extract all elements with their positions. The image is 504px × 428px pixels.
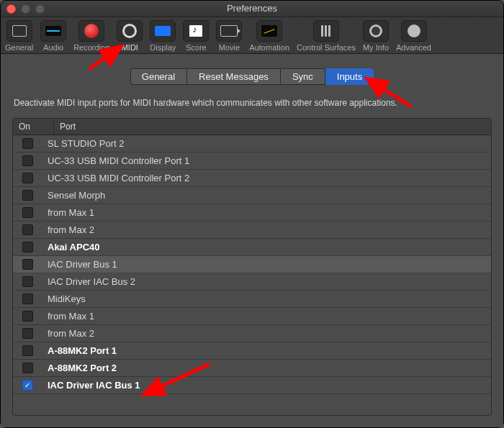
- titlebar: Preferences: [1, 1, 503, 17]
- port-checkbox[interactable]: [22, 242, 33, 252]
- sliders-icon: [313, 20, 339, 42]
- automation-icon: [256, 20, 282, 42]
- table-row[interactable]: Akai APC40: [13, 239, 491, 256]
- port-checkbox[interactable]: [22, 293, 33, 304]
- toolbar-recording[interactable]: Recording: [73, 20, 109, 52]
- toolbar-label: Score: [186, 43, 207, 52]
- midi-icon: [117, 20, 143, 42]
- display-icon: [150, 20, 176, 42]
- toolbar-label: Audio: [43, 43, 63, 52]
- port-checkbox[interactable]: [22, 155, 33, 166]
- port-checkbox[interactable]: [22, 173, 33, 183]
- toolbar-label: Movie: [219, 43, 240, 52]
- preferences-window: Preferences GeneralAudioRecordingMIDIDis…: [0, 0, 504, 428]
- gear-icon: [401, 20, 427, 42]
- toolbar: GeneralAudioRecordingMIDIDisplayScoreMov…: [1, 17, 503, 54]
- toolbar-audio[interactable]: Audio: [40, 20, 66, 52]
- port-name: SL STUDIO Port 2: [42, 138, 491, 149]
- table-row[interactable]: Sensel Morph: [13, 187, 491, 204]
- port-name: from Max 1: [42, 207, 491, 218]
- port-checkbox[interactable]: [22, 224, 33, 235]
- port-name: UC-33 USB MIDI Controller Port 1: [42, 155, 491, 166]
- col-port[interactable]: Port: [54, 119, 491, 135]
- table-row[interactable]: IAC Driver Bus 1: [13, 256, 491, 273]
- port-name: IAC Driver IAC Bus 2: [42, 276, 491, 287]
- port-name: Akai APC40: [42, 242, 491, 252]
- col-on[interactable]: On: [13, 119, 54, 135]
- table-row[interactable]: from Max 1: [13, 308, 491, 325]
- score-icon: [183, 20, 209, 42]
- toolbar-label: Automation: [249, 43, 289, 52]
- port-checkbox[interactable]: [22, 190, 33, 201]
- table-row[interactable]: SL STUDIO Port 2: [13, 135, 491, 152]
- port-name: from Max 2: [42, 224, 491, 235]
- toolbar-general[interactable]: General: [5, 20, 33, 52]
- audio-icon: [40, 20, 66, 42]
- table-row[interactable]: UC-33 USB MIDI Controller Port 2: [13, 170, 491, 187]
- port-name: MidiKeys: [42, 293, 491, 304]
- port-checkbox[interactable]: [22, 363, 33, 373]
- table-row[interactable]: from Max 2: [13, 325, 491, 342]
- toolbar-control-surfaces[interactable]: Control Surfaces: [297, 20, 356, 52]
- port-name: IAC Driver Bus 1: [42, 259, 491, 270]
- table-row[interactable]: IAC Driver IAC Bus 1: [13, 377, 491, 394]
- midi-ports-table: On Port SL STUDIO Port 2UC-33 USB MIDI C…: [12, 118, 492, 416]
- toolbar-label: MIDI: [122, 43, 138, 52]
- table-row[interactable]: from Max 1: [13, 204, 491, 222]
- toolbar-midi[interactable]: MIDI: [117, 20, 143, 52]
- user-icon: [363, 20, 389, 42]
- port-name: Sensel Morph: [42, 190, 491, 201]
- recording-icon: [78, 20, 104, 42]
- toolbar-label: Display: [150, 43, 176, 52]
- toolbar-label: Recording: [73, 43, 109, 52]
- toolbar-movie[interactable]: Movie: [216, 20, 242, 52]
- table-row[interactable]: MidiKeys: [13, 291, 491, 308]
- port-checkbox[interactable]: [22, 276, 33, 287]
- toolbar-label: Advanced: [396, 43, 431, 52]
- toolbar-label: Control Surfaces: [297, 43, 356, 52]
- tab-general[interactable]: General: [130, 68, 187, 85]
- tab-reset-messages[interactable]: Reset Messages: [187, 68, 281, 85]
- port-checkbox[interactable]: [22, 259, 33, 270]
- window-title: Preferences: [1, 3, 503, 14]
- toolbar-advanced[interactable]: Advanced: [396, 20, 431, 52]
- port-name: IAC Driver IAC Bus 1: [42, 380, 491, 391]
- table-row[interactable]: IAC Driver IAC Bus 2: [13, 273, 491, 291]
- table-header: On Port: [13, 119, 491, 135]
- tab-sync[interactable]: Sync: [281, 68, 325, 85]
- toolbar-score[interactable]: Score: [183, 20, 209, 52]
- port-name: A-88MK2 Port 2: [42, 363, 491, 373]
- toolbar-display[interactable]: Display: [150, 20, 176, 52]
- tab-bar: GeneralReset MessagesSyncInputs: [12, 68, 492, 85]
- movie-icon: [216, 20, 242, 42]
- tab-inputs[interactable]: Inputs: [325, 68, 374, 85]
- port-name: from Max 2: [42, 328, 491, 339]
- port-name: A-88MK2 Port 1: [42, 345, 491, 356]
- table-row[interactable]: UC-33 USB MIDI Controller Port 1: [13, 152, 491, 170]
- port-checkbox[interactable]: [22, 380, 33, 391]
- port-name: from Max 1: [42, 311, 491, 322]
- midi-pane: GeneralReset MessagesSyncInputs Deactiva…: [1, 54, 503, 427]
- toolbar-automation[interactable]: Automation: [249, 20, 289, 52]
- port-checkbox[interactable]: [22, 138, 33, 149]
- port-checkbox[interactable]: [22, 328, 33, 339]
- general-icon: [6, 20, 32, 42]
- toolbar-label: My Info: [363, 43, 389, 52]
- table-row[interactable]: from Max 2: [13, 222, 491, 239]
- port-checkbox[interactable]: [22, 207, 33, 218]
- table-row[interactable]: A-88MK2 Port 2: [13, 360, 491, 377]
- port-checkbox[interactable]: [22, 311, 33, 322]
- description-text: Deactivate MIDI input ports for MIDI har…: [14, 98, 492, 108]
- table-row[interactable]: A-88MK2 Port 1: [13, 342, 491, 360]
- toolbar-label: General: [5, 43, 33, 52]
- port-name: UC-33 USB MIDI Controller Port 2: [42, 173, 491, 183]
- port-checkbox[interactable]: [22, 345, 33, 356]
- toolbar-my-info[interactable]: My Info: [363, 20, 389, 52]
